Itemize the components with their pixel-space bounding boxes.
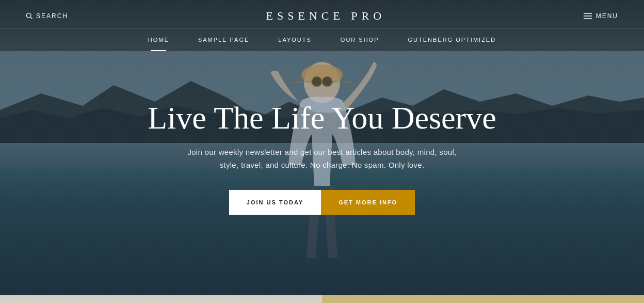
nav-item-gutenberg[interactable]: GUTENBERG OPTIMIZED: [394, 28, 511, 51]
menu-label: MENU: [596, 12, 618, 20]
search-area[interactable]: SEARCH: [26, 12, 68, 20]
search-icon: [26, 12, 33, 20]
bottom-thumb-left: [0, 295, 322, 303]
nav-item-home[interactable]: HOME: [134, 28, 184, 51]
hero-section: SEARCH ESSENCE PRO MENU HOME SAMPLE PAGE…: [0, 0, 644, 303]
nav-item-sample-page[interactable]: SAMPLE PAGE: [184, 28, 264, 51]
bottom-thumbnail-strip: [0, 295, 644, 303]
hero-subtitle: Join our weekly newsletter and get our b…: [141, 146, 503, 172]
search-label: SEARCH: [36, 12, 68, 20]
site-header: SEARCH ESSENCE PRO MENU HOME SAMPLE PAGE…: [0, 0, 644, 51]
hero-content: Live The Life You Deserve Join our weekl…: [141, 100, 503, 215]
nav-item-layouts[interactable]: LAYOUTS: [264, 28, 326, 51]
bottom-thumb-right: [322, 295, 644, 303]
svg-line-10: [30, 17, 33, 19]
nav-item-our-shop[interactable]: OUR SHOP: [326, 28, 394, 51]
header-top: SEARCH ESSENCE PRO MENU: [0, 0, 644, 28]
get-more-info-button[interactable]: GET MORE INFO: [321, 190, 415, 215]
main-nav: HOME SAMPLE PAGE LAYOUTS OUR SHOP GUTENB…: [0, 28, 644, 51]
svg-point-5: [322, 76, 332, 87]
site-title[interactable]: ESSENCE PRO: [266, 9, 386, 23]
hero-title: Live The Life You Deserve: [141, 100, 503, 135]
menu-icon: [584, 13, 592, 19]
svg-point-9: [26, 13, 31, 18]
menu-area[interactable]: MENU: [584, 12, 618, 20]
hero-buttons: JOIN US TODAY GET MORE INFO: [141, 190, 503, 215]
svg-point-4: [312, 76, 322, 87]
join-button[interactable]: JOIN US TODAY: [229, 190, 321, 215]
